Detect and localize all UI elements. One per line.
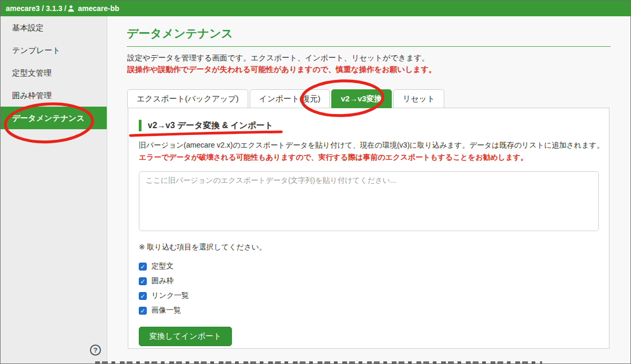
tab-import-restore[interactable]: インポート(復元): [250, 89, 330, 108]
checkbox-checked-icon[interactable]: ✓: [139, 263, 147, 271]
username-text: amecare-bb: [78, 4, 119, 13]
tab-bar: エクスポート(バックアップ) インポート(復元) v2→v3変換 リセット: [127, 89, 444, 108]
tab-reset[interactable]: リセット: [393, 89, 444, 108]
import-item-list: ✓ 定型文 ✓ 囲み枠 ✓ リンク一覧 ✓ 画像一覧: [139, 259, 598, 318]
checkbox-row-images[interactable]: ✓ 画像一覧: [139, 303, 598, 318]
select-items-note: ※ 取り込む項目を選択してください。: [139, 243, 598, 252]
page-warning-text: 誤操作や誤動作でデータが失われる可能性がありますので、慎重な操作をお願いします。: [127, 65, 436, 75]
sidebar-item-data-maintenance[interactable]: データメンテナンス: [1, 107, 107, 129]
checkbox-row-boxes[interactable]: ✓ 囲み枠: [139, 274, 598, 288]
tab-v2-v3-convert[interactable]: v2→v3変換: [331, 89, 391, 108]
sidebar-item-box-management[interactable]: 囲み枠管理: [1, 84, 107, 107]
page-intro-text: 設定やデータを管理する画面です。エクスポート、インポート、リセットができます。: [127, 53, 429, 63]
checkbox-checked-icon[interactable]: ✓: [139, 292, 147, 300]
sidebar-item-phrase-management[interactable]: 定型文管理: [1, 61, 107, 84]
checkbox-label: リンク一覧: [151, 291, 189, 300]
checkbox-checked-icon[interactable]: ✓: [139, 277, 147, 285]
main-content: データメンテナンス 設定やデータを管理する画面です。エクスポート、インポート、リ…: [108, 16, 631, 364]
top-bar: amecare3 / 3.1.3 / amecare-bb: [1, 1, 630, 16]
tab-export-backup[interactable]: エクスポート(バックアップ): [127, 89, 248, 108]
page-title: データメンテナンス: [127, 26, 233, 41]
title-divider: [127, 46, 610, 47]
cut-off-content-row: [95, 361, 542, 363]
section-warning: エラーでデータが破壊される可能性もありますので、実行する際は事前のエクスポートも…: [139, 153, 598, 162]
user-icon: [67, 5, 75, 12]
section-description: 旧バージョン(amecare v2.x)のエクスポートデータを貼り付けて、現在の…: [139, 141, 598, 150]
sidebar: 基本設定 テンプレート 定型文管理 囲み枠管理 データメンテナンス: [1, 16, 107, 364]
tab-panel: v2→v3 データ変換 & インポート 旧バージョン(amecare v2.x)…: [128, 108, 609, 349]
sidebar-item-template[interactable]: テンプレート: [1, 39, 107, 61]
convert-import-button[interactable]: 変換してインポート: [139, 327, 232, 346]
app-version-text: amecare3 / 3.1.3 /: [6, 4, 66, 13]
checkbox-label: 囲み枠: [151, 276, 174, 286]
checkbox-label: 画像一覧: [151, 306, 181, 315]
help-icon[interactable]: ?: [90, 345, 101, 356]
checkbox-row-phrases[interactable]: ✓ 定型文: [139, 259, 598, 274]
checkbox-row-links[interactable]: ✓ リンク一覧: [139, 288, 598, 303]
checkbox-checked-icon[interactable]: ✓: [139, 307, 147, 315]
import-data-textarea[interactable]: [139, 171, 599, 231]
app-window: amecare3 / 3.1.3 / amecare-bb 基本設定 テンプレー…: [0, 0, 631, 364]
checkbox-label: 定型文: [151, 262, 174, 271]
section-title: v2→v3 データ変換 & インポート: [139, 120, 273, 131]
sidebar-item-basic-settings[interactable]: 基本設定: [1, 16, 107, 39]
